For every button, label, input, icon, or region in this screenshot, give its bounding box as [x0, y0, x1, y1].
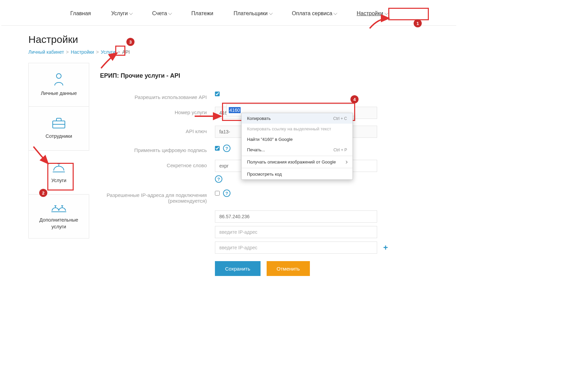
sidebar-item-label: Личные данные — [38, 90, 80, 97]
nav-label: Главная — [70, 10, 91, 17]
nav-payers[interactable]: Плательщики — [234, 10, 272, 17]
help-icon[interactable]: ? — [215, 175, 222, 183]
nav-label: Услуги — [111, 10, 128, 17]
ctx-label: Копировать ссылку на выделенный текст — [247, 126, 331, 131]
digital-signature-checkbox[interactable] — [215, 146, 220, 151]
sidebar: Личные данные Сотрудники — [28, 63, 89, 238]
context-menu: Копировать Ctrl + C Копировать ссылку на… — [241, 113, 353, 180]
ctx-label: Получать описания изображений от Google — [247, 159, 336, 165]
ctx-inspect[interactable]: Просмотреть код — [242, 169, 352, 179]
ctx-copy[interactable]: Копировать Ctrl + C — [242, 113, 352, 124]
top-navigation: Главная Услуги Счета Платежи Плательщики… — [1, 1, 456, 26]
help-icon[interactable]: ? — [223, 190, 230, 197]
help-icon[interactable]: ? — [223, 145, 230, 152]
nav-invoices[interactable]: Счета — [152, 10, 171, 17]
sidebar-item-label: Сотрудники — [43, 133, 75, 140]
chevron-down-icon — [168, 11, 172, 15]
ctx-copy-link: Копировать ссылку на выделенный текст — [242, 124, 352, 134]
service-bells-icon — [51, 203, 67, 213]
person-icon — [53, 73, 65, 86]
service-bell-icon — [52, 161, 66, 173]
ctx-label: Печать... — [247, 147, 265, 152]
chevron-right-icon — [345, 160, 347, 163]
allow-api-label: Разрешить использование API — [100, 92, 215, 100]
sidebar-item-staff[interactable]: Сотрудники — [28, 107, 89, 151]
sidebar-item-extra-services[interactable]: Дополнительные услуги — [28, 195, 89, 238]
breadcrumb: Личный кабинет > Настройки > Услуги > AP… — [28, 49, 429, 55]
breadcrumb-current: API — [122, 49, 130, 55]
ctx-shortcut: Ctrl + C — [333, 116, 347, 121]
digital-signature-label: Применять цифровую подпись — [100, 145, 215, 153]
secret-word-label: Секретное слово — [100, 160, 215, 168]
save-button[interactable]: Сохранить — [215, 261, 261, 276]
breadcrumb-link[interactable]: Услуги — [101, 49, 115, 55]
breadcrumb-link[interactable]: Личный кабинет — [28, 49, 64, 55]
ip-address-input-3[interactable] — [215, 242, 377, 254]
sidebar-item-personal[interactable]: Личные данные — [28, 63, 89, 107]
chevron-down-icon — [129, 11, 133, 15]
ctx-shortcut: Ctrl + P — [334, 148, 347, 152]
allow-api-checkbox[interactable] — [215, 92, 220, 96]
page-title: Настройки — [28, 34, 429, 45]
breadcrumb-separator: > — [96, 49, 99, 55]
ctx-separator — [242, 168, 352, 168]
svg-point-0 — [56, 74, 61, 78]
nav-payments[interactable]: Платежи — [191, 10, 213, 17]
sidebar-item-label: Дополнительные услуги — [29, 217, 89, 230]
breadcrumb-link[interactable]: Настройки — [71, 49, 94, 55]
ip-address-input-2[interactable] — [215, 226, 377, 238]
ctx-search[interactable]: Найти "4160" в Google — [242, 134, 352, 145]
service-number-label: Номер услуги — [100, 107, 215, 115]
breadcrumb-separator: > — [66, 49, 69, 55]
nav-settings[interactable]: Настройки — [357, 10, 387, 17]
briefcase-icon — [52, 118, 66, 129]
allowed-ips-checkbox[interactable] — [215, 191, 220, 196]
sidebar-item-label: Услуги — [49, 177, 69, 184]
ctx-separator — [242, 156, 352, 156]
nav-billing[interactable]: Оплата сервиса — [292, 10, 337, 17]
nav-label: Счета — [152, 10, 167, 17]
nav-label: Плательщики — [234, 10, 268, 17]
breadcrumb-separator: > — [117, 49, 120, 55]
sidebar-item-services[interactable]: Услуги — [28, 151, 89, 195]
nav-services[interactable]: Услуги — [111, 10, 132, 17]
allowed-ips-label: Разрешенные IP-адреса для подключения (р… — [100, 190, 215, 204]
nav-label: Платежи — [191, 10, 213, 17]
add-ip-icon[interactable]: + — [381, 243, 388, 252]
nav-label: Настройки — [357, 10, 383, 17]
nav-home[interactable]: Главная — [70, 10, 91, 17]
chevron-down-icon — [269, 11, 273, 15]
selected-text: 4160 — [229, 107, 241, 113]
ctx-label: Просмотреть код — [247, 172, 282, 177]
nav-label: Оплата сервиса — [292, 10, 333, 17]
chevron-down-icon — [334, 11, 337, 15]
chevron-down-icon — [385, 11, 388, 15]
panel-title: ЕРИП: Прочие услуги - API — [100, 72, 418, 79]
ctx-print[interactable]: Печать... Ctrl + P — [242, 145, 352, 155]
ctx-label: Копировать — [247, 116, 271, 121]
api-key-label: API ключ — [100, 126, 215, 134]
ctx-label: Найти "4160" в Google — [247, 137, 293, 142]
ip-address-input-1[interactable] — [215, 210, 377, 223]
cancel-button[interactable]: Отменить — [267, 261, 310, 276]
ctx-image-descriptions[interactable]: Получать описания изображений от Google — [242, 157, 352, 167]
